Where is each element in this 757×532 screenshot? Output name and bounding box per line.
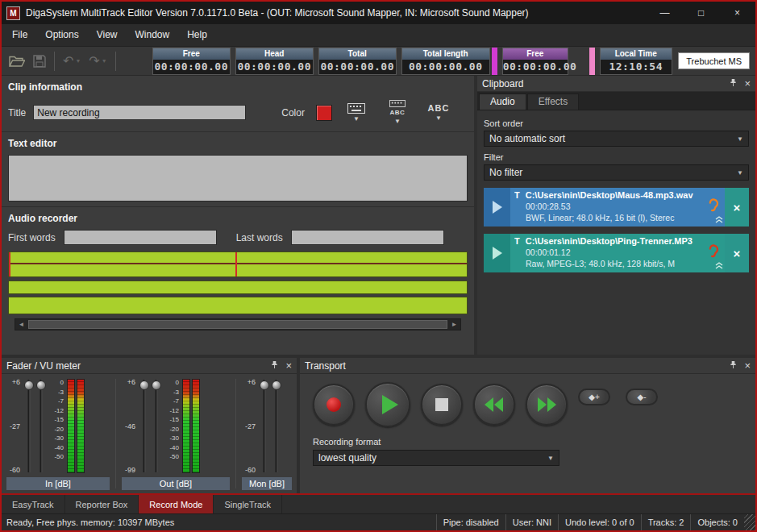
stop-button[interactable] (421, 384, 463, 426)
tab-reporter-box[interactable]: Reporter Box (65, 495, 139, 513)
close-panel-icon[interactable]: × (744, 78, 751, 89)
out-db-label: Out [dB] (122, 477, 230, 490)
waveform-track-2[interactable] (8, 281, 468, 294)
font-selector-button[interactable]: Trebuchet MS (678, 52, 750, 69)
pin-icon[interactable] (730, 78, 737, 89)
collapse-chevrons-icon[interactable] (715, 260, 723, 272)
open-button[interactable] (6, 50, 27, 73)
clipboard-item-body[interactable]: T C:\Users\nin\Desktop\Maus-48.mp3.wav 0… (510, 188, 725, 227)
clipboard-item[interactable]: T C:\Users\nin\Desktop\Ping-Trenner.MP3 … (484, 234, 749, 272)
remove-item-button[interactable]: × (725, 188, 749, 227)
pin-icon[interactable] (271, 360, 278, 372)
menu-window[interactable]: Window (127, 24, 179, 46)
slider-track (155, 380, 157, 472)
clipboard-panel: Clipboard × Audio Effects Sort order No … (477, 76, 755, 355)
status-bar: Ready, Free phys. memory: 10397 MBytes P… (2, 513, 755, 530)
play-item-button[interactable] (484, 234, 510, 272)
save-button[interactable] (31, 50, 48, 73)
toolbar-separator (54, 52, 55, 71)
abc-button[interactable]: ABC ▼ (422, 102, 455, 123)
title-input[interactable] (33, 105, 246, 120)
mon-fader-left[interactable] (258, 377, 270, 475)
folder-open-icon (9, 55, 25, 68)
waveform-channel-left[interactable] (9, 252, 467, 264)
redo-dropdown-arrow[interactable]: ▼ (102, 58, 107, 64)
out-fader-left[interactable] (138, 377, 150, 475)
scrollbar-thumb[interactable] (28, 320, 447, 329)
tab-record-mode[interactable]: Record Mode (139, 495, 214, 513)
close-button[interactable]: × (719, 2, 755, 24)
collapse-chevrons-icon[interactable] (715, 214, 723, 226)
rewind-button[interactable] (473, 384, 515, 426)
fader-knob[interactable] (152, 380, 161, 390)
horizontal-scrollbar[interactable]: ◄ ► (15, 318, 461, 330)
close-panel-icon[interactable]: × (285, 360, 292, 371)
fader-knob[interactable] (260, 380, 269, 390)
keyboard-macro-button[interactable]: ▼ (339, 102, 373, 124)
app-icon: M (6, 6, 20, 20)
keyboard-abc-button[interactable]: ABC ▼ (381, 98, 414, 127)
mon-fader-right[interactable] (270, 377, 282, 475)
play-button[interactable] (365, 382, 410, 427)
minimize-button[interactable]: — (647, 2, 683, 24)
first-words-input[interactable] (64, 230, 217, 245)
counter-local-time: Local Time 12:10:54 (600, 48, 672, 75)
counter-value: 00:00:00.00 (236, 60, 313, 74)
fader-knob[interactable] (272, 380, 281, 390)
color-swatch[interactable] (316, 105, 332, 121)
in-fader-left[interactable] (23, 377, 35, 475)
fader-knob[interactable] (36, 380, 46, 390)
scroll-right-arrow[interactable]: ► (448, 319, 460, 330)
waveform-channel-right[interactable] (9, 264, 467, 276)
fader-knob[interactable] (139, 380, 149, 390)
in-fader-right[interactable] (35, 377, 47, 475)
playhead-cursor[interactable] (235, 252, 237, 276)
tab-easytrack[interactable]: EasyTrack (2, 495, 65, 513)
scroll-left-arrow[interactable]: ◄ (15, 319, 27, 330)
clipboard-item-body[interactable]: T C:\Users\nin\Desktop\Ping-Trenner.MP3 … (510, 234, 725, 272)
play-icon (493, 201, 502, 214)
tab-effects[interactable]: Effects (527, 94, 579, 110)
marker-add-button[interactable]: ◆+ (578, 389, 610, 405)
scale-bottom: -60 (10, 466, 20, 474)
counter-total: Total 00:00:00.00 (318, 48, 397, 75)
tab-singletrack[interactable]: SingleTrack (214, 495, 282, 513)
out-fader-right[interactable] (150, 377, 162, 475)
fader-scale: +6 -46 -99 (122, 377, 138, 475)
fader-knob[interactable] (24, 380, 34, 390)
play-item-button[interactable] (484, 188, 510, 227)
sort-order-value: No automatic sort (489, 133, 565, 144)
fader-panel-title: Fader / VU meter (6, 360, 81, 372)
status-objects: Objects: 0 (690, 514, 744, 530)
record-button[interactable] (313, 384, 355, 426)
menu-options[interactable]: Options (36, 24, 87, 46)
resize-grip[interactable] (744, 514, 755, 530)
waveform-track-1[interactable] (8, 251, 468, 277)
sort-order-dropdown[interactable]: No automatic sort ▼ (484, 131, 749, 147)
rewind-icon (485, 397, 504, 412)
fader-scale: +6 -27 -60 (6, 377, 23, 475)
recording-format-dropdown[interactable]: lowest quality ▼ (313, 450, 559, 466)
marker-remove-button[interactable]: ◆- (626, 389, 658, 405)
menu-view[interactable]: View (88, 24, 127, 46)
filter-dropdown[interactable]: No filter ▼ (484, 164, 749, 181)
undo-button[interactable]: ↶▼ (60, 50, 83, 73)
maximize-button[interactable]: □ (683, 2, 719, 24)
undo-icon: ↶ (63, 55, 73, 68)
fader-scale: +6 -27 -60 (242, 377, 258, 475)
tab-audio[interactable]: Audio (479, 94, 526, 110)
menu-help[interactable]: Help (178, 24, 216, 46)
remove-item-button[interactable]: × (725, 234, 749, 272)
transport-panel: Transport × ◆+ ◆- Recording format (300, 358, 755, 493)
undo-dropdown-arrow[interactable]: ▼ (75, 58, 81, 64)
redo-button[interactable]: ↷▼ (86, 50, 109, 73)
close-panel-icon[interactable]: × (744, 360, 751, 371)
fast-forward-button[interactable] (526, 384, 568, 426)
menu-file[interactable]: File (3, 24, 36, 46)
last-words-input[interactable] (291, 230, 444, 245)
pin-icon[interactable] (730, 360, 737, 372)
clipboard-item[interactable]: T C:\Users\nin\Desktop\Maus-48.mp3.wav 0… (484, 188, 749, 227)
waveform-track-3[interactable] (8, 297, 468, 314)
recording-format-label: Recording format (313, 437, 742, 447)
text-editor-area[interactable] (8, 155, 468, 202)
